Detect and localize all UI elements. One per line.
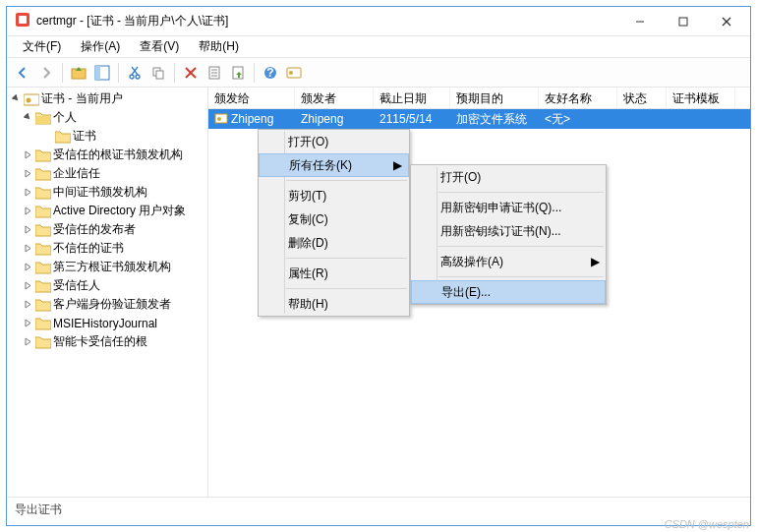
collapse-icon[interactable] (23, 112, 33, 123)
context-menu-2[interactable]: 打开(O) 用新密钥申请证书(Q)... 用新密钥续订证书(N)... 高级操作… (410, 164, 607, 305)
tree-root[interactable]: 证书 - 当前用户 (9, 89, 205, 108)
folder-icon (35, 148, 51, 162)
close-button[interactable] (705, 8, 748, 35)
expand-icon[interactable] (23, 243, 33, 254)
ctx1-all-tasks[interactable]: 所有任务(K)▶ (259, 153, 409, 177)
tree-msieHistory[interactable]: MSIEHistoryJournal (9, 314, 205, 332)
tree-enterpriseTrust[interactable]: 企业信任 (9, 164, 205, 183)
ctx1-help[interactable]: 帮助(H) (259, 292, 409, 316)
expand-icon[interactable] (23, 224, 33, 235)
tree-root-label: 证书 - 当前用户 (41, 90, 123, 107)
help-icon[interactable]: ? (260, 62, 281, 84)
expand-icon[interactable] (23, 168, 33, 179)
col-issued-to[interactable]: 颁发给 (208, 88, 295, 108)
folder-icon (35, 317, 51, 330)
svg-rect-3 (679, 18, 687, 26)
watermark: CSDN @wespten (665, 518, 749, 530)
tree-trustedRoot[interactable]: 受信任的根证书颁发机构 (9, 146, 205, 164)
menu-file[interactable]: 文件(F) (13, 36, 71, 57)
expand-icon[interactable] (23, 206, 33, 216)
svg-rect-1 (19, 16, 27, 24)
col-purpose[interactable]: 预期目的 (450, 88, 539, 108)
ctx1-cut[interactable]: 剪切(T) (259, 184, 409, 207)
cert-root-icon (24, 92, 39, 106)
status-text: 导出证书 (15, 502, 62, 518)
submenu-arrow-icon: ▶ (591, 255, 600, 268)
ctx2-renew-new-key[interactable]: 用新密钥续订证书(N)... (411, 219, 606, 243)
folder-icon (35, 298, 51, 312)
cut-button[interactable] (124, 62, 146, 84)
tree-trustedPeople[interactable]: 受信任人 (9, 276, 205, 295)
ctx1-copy[interactable]: 复制(C) (259, 207, 409, 231)
minimize-button[interactable] (618, 8, 662, 35)
col-friendly[interactable]: 友好名称 (539, 88, 617, 108)
expand-icon[interactable] (23, 336, 33, 347)
delete-button[interactable] (180, 62, 202, 84)
expand-icon[interactable] (23, 280, 33, 291)
tree-button[interactable] (91, 62, 113, 84)
collapse-icon[interactable] (11, 93, 22, 104)
cert-icon (214, 112, 228, 126)
folder-icon (35, 167, 51, 181)
menu-action[interactable]: 操作(A) (71, 36, 130, 57)
export-button[interactable] (227, 62, 249, 84)
ctx1-delete[interactable]: 删除(D) (259, 231, 409, 255)
svg-point-27 (27, 97, 31, 102)
svg-rect-28 (215, 114, 227, 123)
tree-certificates[interactable]: 证书 (9, 127, 205, 146)
titlebar: certmgr - [证书 - 当前用户\个人\证书] (7, 7, 750, 36)
ctx2-open[interactable]: 打开(O) (411, 165, 606, 189)
toolbar: ? (7, 58, 750, 88)
ctx2-advanced[interactable]: 高级操作(A)▶ (411, 250, 606, 273)
tree-untrustedCert[interactable]: 不信任的证书 (9, 239, 205, 258)
svg-text:?: ? (266, 66, 273, 80)
folder-open-icon (35, 111, 51, 125)
cert-action-icon[interactable] (283, 62, 305, 84)
svg-point-10 (136, 75, 140, 79)
tree-smartCardRoot[interactable]: 智能卡受信任的根 (9, 332, 205, 351)
col-template[interactable]: 证书模板 (667, 88, 735, 108)
menu-view[interactable]: 查看(V) (130, 36, 189, 57)
ctx2-export[interactable]: 导出(E)... (411, 280, 606, 304)
col-status[interactable]: 状态 (617, 88, 667, 108)
properties-button[interactable] (204, 62, 225, 84)
svg-point-29 (217, 117, 221, 121)
cert-row[interactable]: Zhipeng Zhipeng 2115/5/14 加密文件系统 <无> (208, 109, 750, 129)
col-issued-by[interactable]: 颁发者 (295, 88, 374, 108)
svg-rect-8 (95, 66, 100, 80)
tree-thirdPartyRoot[interactable]: 第三方根证书颁发机构 (9, 258, 205, 276)
list-header: 颁发给 颁发者 截止日期 预期目的 友好名称 状态 证书模板 (208, 88, 750, 109)
statusbar: 导出证书 (7, 497, 750, 522)
folder-icon (35, 223, 51, 237)
tree-trustedPublishers[interactable]: 受信任的发布者 (9, 220, 205, 239)
expand-icon[interactable] (23, 262, 33, 272)
menu-help[interactable]: 帮助(H) (189, 36, 249, 57)
tree-pane[interactable]: 证书 - 当前用户 个人 证书 受信任的根证书颁发机构企业信任中间证书颁发机构A… (7, 88, 208, 497)
ctx2-req-new-key[interactable]: 用新密钥申请证书(Q)... (411, 196, 606, 219)
svg-point-25 (289, 71, 293, 75)
tree-personal[interactable]: 个人 (9, 108, 205, 127)
copy-button[interactable] (147, 62, 169, 84)
svg-point-9 (130, 75, 134, 79)
maximize-button[interactable] (662, 8, 705, 35)
context-menu-1[interactable]: 打开(O) 所有任务(K)▶ 剪切(T) 复制(C) 删除(D) 属性(R) 帮… (258, 129, 410, 317)
ctx1-open[interactable]: 打开(O) (259, 130, 409, 153)
col-expiry[interactable]: 截止日期 (374, 88, 450, 108)
folder-icon (35, 261, 51, 274)
expand-icon[interactable] (23, 187, 33, 198)
up-button[interactable] (68, 62, 89, 84)
folder-icon (35, 205, 51, 218)
tree-intermediateCA[interactable]: 中间证书颁发机构 (9, 183, 205, 202)
tree-clientAuth[interactable]: 客户端身份验证颁发者 (9, 295, 205, 314)
expand-icon[interactable] (23, 318, 33, 328)
expand-icon[interactable] (23, 149, 33, 160)
folder-icon (35, 335, 51, 349)
folder-icon (35, 242, 51, 256)
svg-rect-14 (156, 71, 163, 79)
expand-icon[interactable] (23, 299, 33, 310)
forward-button[interactable] (35, 62, 57, 84)
tree-adUserObj[interactable]: Active Directory 用户对象 (9, 202, 205, 220)
back-button[interactable] (12, 62, 33, 84)
svg-rect-26 (24, 94, 39, 105)
ctx1-properties[interactable]: 属性(R) (259, 262, 409, 285)
